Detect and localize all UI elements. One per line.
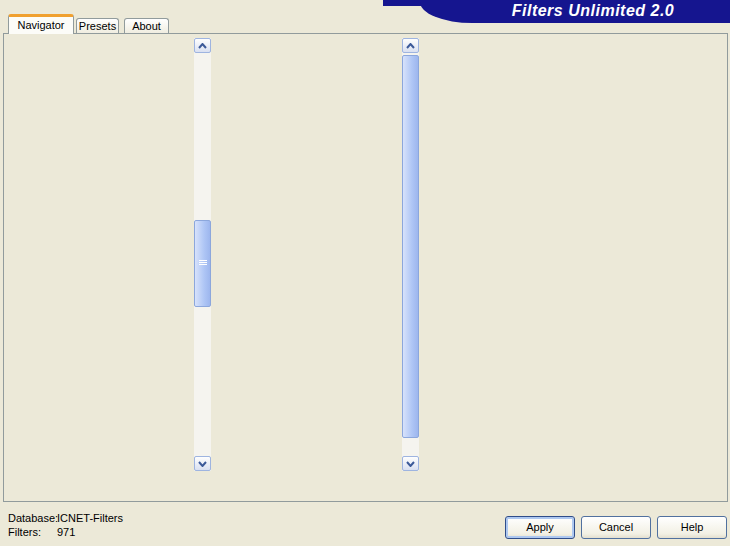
chevron-up-icon [198,43,207,49]
scroll-up-button[interactable] [194,38,211,53]
filters-status-value: 971 [57,526,75,538]
help-button[interactable]: Help [657,516,727,539]
chevron-down-icon [406,461,415,467]
filters-status-label: Filters: [8,526,41,538]
scrollbar-thumb[interactable] [194,220,211,307]
filter-scrollbar[interactable] [402,38,419,471]
apply-button[interactable]: Apply [505,516,575,539]
filters-unlimited-dialog: Filters Unlimited 2.0 Navigator Presets … [0,0,730,546]
window-title: Filters Unlimited 2.0 [512,2,675,19]
title-banner: Filters Unlimited 2.0 [420,0,730,23]
scroll-up-button[interactable] [402,38,419,53]
tab-navigator[interactable]: Navigator [8,14,74,34]
navigator-tab-panel [3,33,728,502]
chevron-up-icon [406,43,415,49]
database-status-value: ICNET-Filters [57,512,123,524]
scrollbar-thumb[interactable] [402,55,419,438]
cancel-button[interactable]: Cancel [581,516,651,539]
scroll-down-button[interactable] [194,456,211,471]
scrollbar-grip [199,260,207,266]
tab-about[interactable]: About [124,18,169,33]
chevron-down-icon [198,461,207,467]
tab-presets[interactable]: Presets [76,18,119,33]
category-scrollbar[interactable] [194,38,211,471]
database-status-label: Database: [8,512,58,524]
scroll-down-button[interactable] [402,456,419,471]
